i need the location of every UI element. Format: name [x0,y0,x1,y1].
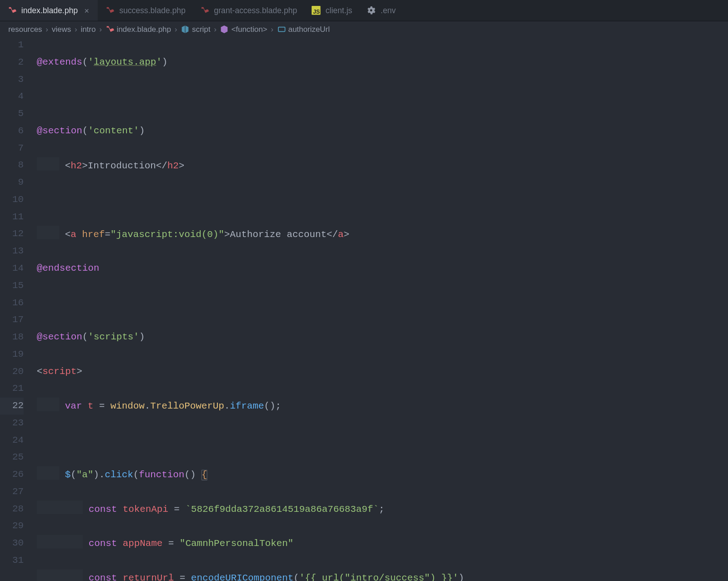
js-icon: JS [311,5,321,15]
line-number-gutter: 1 2 3 4 5 6 7 8 9 10 11 12 13 14 15 16 1… [0,37,37,581]
code-editor[interactable]: 1 2 3 4 5 6 7 8 9 10 11 12 13 14 15 16 1… [0,37,728,581]
symbol-function-icon [220,25,229,34]
line-number: 25 [0,449,24,466]
line-number: 18 [0,329,24,346]
code-line[interactable]: @extends('layouts.app') [37,54,728,71]
tab-label: index.blade.php [21,6,78,15]
crumb-views[interactable]: views [52,25,71,34]
code-line[interactable]: <a href="javascript:void(0)">Authorize a… [37,226,728,243]
line-number: 27 [0,483,24,500]
chevron-right-icon: › [98,25,103,34]
line-number: 10 [0,192,24,209]
line-number: 12 [0,226,24,243]
line-number: 28 [0,500,24,518]
crumb-script[interactable]: script [192,25,210,34]
laravel-icon [200,5,209,15]
line-number: 15 [0,277,24,294]
code-line[interactable]: @endsection [37,260,728,278]
code-line[interactable]: $("a").click(function() { [37,466,728,484]
laravel-icon [105,5,115,15]
laravel-icon [7,5,17,15]
line-number: 29 [0,518,24,535]
line-number: 30 [0,535,24,552]
symbol-module-icon [181,25,190,34]
code-line[interactable]: const tokenApi = `5826f9dda372a8614519a8… [37,500,728,518]
code-line[interactable]: <h2>Introduction</h2> [37,157,728,174]
symbol-variable-icon [277,25,286,34]
code-line[interactable]: @section('content') [37,123,728,140]
line-number: 6 [0,123,24,140]
code-area[interactable]: @extends('layouts.app') @section('conten… [37,37,728,581]
tab-client-js[interactable]: JS client.js [304,0,359,21]
chevron-right-icon: › [73,25,78,34]
gear-icon [366,5,376,15]
breadcrumb: resources › views › intro › index.blade.… [0,21,728,37]
line-number: 19 [0,346,24,363]
code-line[interactable]: <script> [37,363,728,380]
line-number: 20 [0,363,24,380]
chevron-right-icon: › [45,25,50,34]
line-number: 24 [0,432,24,449]
line-number: 23 [0,414,24,432]
tab-env[interactable]: .env [359,0,403,21]
line-number: 7 [0,140,24,157]
line-number: 2 [0,54,24,71]
tab-label: .env [381,6,396,15]
code-line[interactable] [37,88,728,106]
crumb-authorizeurl[interactable]: authorizeUrl [288,25,329,34]
tab-bar: index.blade.php × success.blade.php gran… [0,0,728,21]
tab-label: success.blade.php [119,6,186,15]
code-line[interactable]: const returnUrl = encodeURIComponent('{{… [37,569,728,581]
line-number: 1 [0,37,24,54]
line-number: 14 [0,260,24,278]
line-number: 5 [0,106,24,123]
line-number: 17 [0,312,24,329]
line-number: 8 [0,157,24,174]
line-number: 9 [0,174,24,192]
crumb-file[interactable]: index.blade.php [116,25,171,34]
tab-grant-access-blade[interactable]: grant-access.blade.php [192,0,304,21]
line-number: 22 [0,398,24,415]
svg-rect-0 [278,27,285,31]
line-number: 4 [0,88,24,106]
line-number: 21 [0,380,24,398]
tab-success-blade[interactable]: success.blade.php [98,0,192,21]
line-number: 3 [0,71,24,88]
crumb-intro[interactable]: intro [81,25,96,34]
chevron-right-icon: › [270,25,275,34]
line-number: 26 [0,466,24,484]
crumb-resources[interactable]: resources [8,25,42,34]
line-number: 11 [0,208,24,226]
tab-label: client.js [325,6,352,15]
code-line[interactable]: const appName = "CamnhPersonalToken" [37,535,728,552]
code-line[interactable]: var t = window.TrelloPowerUp.iframe(); [37,398,728,415]
close-icon[interactable]: × [82,5,91,15]
laravel-icon [106,25,115,34]
line-number: 16 [0,294,24,312]
tab-label: grant-access.blade.php [214,6,297,15]
crumb-function[interactable]: <function> [231,25,267,34]
line-number: 13 [0,243,24,260]
chevron-right-icon: › [173,25,178,34]
code-line[interactable] [37,192,728,209]
code-line[interactable]: @section('scripts') [37,329,728,346]
tab-index-blade[interactable]: index.blade.php × [0,0,98,21]
code-line[interactable] [37,432,728,449]
line-number: 31 [0,552,24,569]
chevron-right-icon: › [213,25,218,34]
code-line[interactable] [37,294,728,312]
